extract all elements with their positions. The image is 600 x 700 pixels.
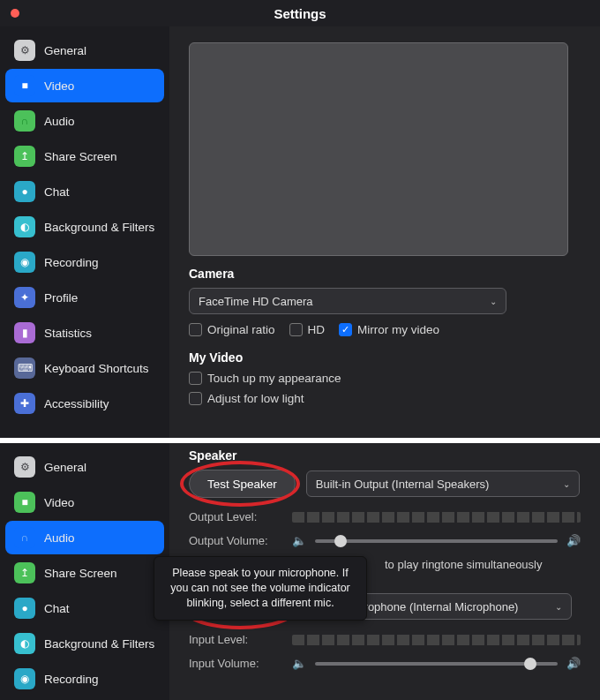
- chevron-down-icon: ⌄: [555, 602, 562, 612]
- speaker-low-icon: 🔈: [292, 534, 306, 547]
- mic-tooltip: Please speak to your microphone. If you …: [154, 556, 367, 621]
- recording-icon: ◉: [14, 668, 35, 689]
- output-level-meter: [292, 512, 581, 523]
- sidebar-item-video[interactable]: ■Video: [5, 69, 164, 102]
- sidebar-item-keyboard-shortcuts[interactable]: ⌨Keyboard Shortcuts: [5, 351, 164, 385]
- chat-icon: ●: [14, 181, 35, 202]
- camera-selected-value: FaceTime HD Camera: [199, 295, 313, 308]
- general-icon: ⚙: [14, 456, 35, 478]
- titlebar: Settings: [0, 0, 600, 26]
- sidebar-item-share-screen[interactable]: ↥Share Screen: [5, 556, 164, 590]
- camera-heading: Camera: [189, 267, 581, 281]
- sidebar-item-label: Share Screen: [44, 567, 117, 580]
- profile-icon: ✦: [14, 287, 35, 308]
- sidebar-item-audio[interactable]: ∩Audio: [5, 521, 164, 554]
- video-settings-pane: Camera FaceTime HD Camera ⌄ Original rat…: [169, 26, 600, 438]
- sidebar: ⚙General■Video∩Audio↥Share Screen●Chat◐B…: [0, 26, 169, 438]
- sidebar-item-general[interactable]: ⚙General: [5, 450, 164, 484]
- share-screen-icon: ↥: [14, 562, 35, 583]
- audio-icon: ∩: [14, 110, 35, 132]
- video-preview: [189, 42, 568, 256]
- my-video-heading: My Video: [189, 350, 581, 365]
- mirror-video-checkbox[interactable]: ✓ Mirror my video: [339, 323, 439, 336]
- checkbox-icon: [189, 372, 202, 385]
- input-level-label: Input Level:: [189, 633, 281, 646]
- background-filters-icon: ◐: [14, 633, 35, 654]
- output-volume-slider[interactable]: [315, 539, 558, 543]
- recording-icon: ◉: [14, 252, 35, 273]
- sidebar-item-label: Video: [44, 496, 74, 509]
- sidebar-item-label: Statistics: [44, 327, 92, 340]
- hd-checkbox[interactable]: HD: [289, 323, 326, 336]
- lowlight-checkbox[interactable]: Adjust for low light: [189, 392, 304, 405]
- sidebar-item-label: Background & Filters: [44, 637, 154, 651]
- video-icon: ■: [14, 492, 35, 513]
- sidebar-item-label: Keyboard Shortcuts: [44, 362, 149, 375]
- speaker-heading: Speaker: [189, 448, 581, 463]
- sidebar-item-label: Chat: [44, 602, 70, 615]
- audio-settings-pane: Speaker Test Speaker Built-in Output (In…: [169, 443, 600, 700]
- output-volume-label: Output Volume:: [189, 534, 281, 547]
- sidebar: ⚙General■Video∩Audio↥Share Screen●Chat◐B…: [0, 443, 169, 700]
- sidebar-item-background-filters[interactable]: ◐Background & Filters: [5, 627, 164, 660]
- audio-icon: ∩: [14, 527, 35, 548]
- checkbox-icon: [189, 392, 202, 405]
- sidebar-item-label: Recording: [44, 256, 99, 269]
- close-traffic-light[interactable]: [11, 9, 19, 18]
- test-speaker-button[interactable]: Test Speaker: [189, 470, 296, 498]
- sidebar-item-share-screen[interactable]: ↥Share Screen: [5, 139, 164, 173]
- background-filters-icon: ◐: [14, 216, 35, 237]
- sidebar-item-label: Audio: [44, 115, 75, 128]
- sidebar-item-recording[interactable]: ◉Recording: [5, 662, 164, 696]
- checkbox-icon: [189, 323, 202, 336]
- input-level-meter: [292, 635, 581, 645]
- sidebar-item-background-filters[interactable]: ◐Background & Filters: [5, 210, 164, 244]
- sidebar-item-label: General: [44, 461, 86, 474]
- sidebar-item-recording[interactable]: ◉Recording: [5, 245, 164, 279]
- speaker-high-icon: 🔊: [566, 534, 581, 547]
- sidebar-item-label: Audio: [44, 531, 75, 545]
- sidebar-item-label: Recording: [44, 673, 99, 686]
- chevron-down-icon: ⌄: [490, 297, 497, 306]
- speaker-high-icon: 🔊: [566, 657, 581, 670]
- sidebar-item-chat[interactable]: ●Chat: [5, 175, 164, 208]
- speaker-select[interactable]: Built-in Output (Internal Speakers) ⌄: [306, 470, 580, 497]
- general-icon: ⚙: [14, 40, 35, 61]
- input-volume-label: Input Volume:: [189, 657, 281, 670]
- speaker-low-icon: 🔈: [292, 657, 306, 670]
- sidebar-item-label: Share Screen: [44, 150, 117, 163]
- sidebar-item-general[interactable]: ⚙General: [5, 34, 164, 67]
- sidebar-item-audio[interactable]: ∩Audio: [5, 104, 164, 138]
- sidebar-item-accessibility[interactable]: ✚Accessibility: [5, 387, 164, 420]
- sidebar-item-label: Video: [44, 79, 74, 93]
- ringtone-text: to play ringtone simultaneously: [385, 558, 543, 571]
- statistics-icon: ▮: [14, 322, 35, 343]
- camera-select[interactable]: FaceTime HD Camera ⌄: [189, 288, 506, 314]
- sidebar-item-label: Accessibility: [44, 397, 109, 410]
- sidebar-item-video[interactable]: ■Video: [5, 485, 164, 519]
- checkbox-icon: [289, 323, 303, 336]
- checkbox-icon: ✓: [339, 323, 352, 336]
- video-icon: ■: [14, 75, 35, 96]
- output-level-label: Output Level:: [189, 510, 281, 523]
- chat-icon: ●: [14, 598, 35, 619]
- sidebar-item-label: Chat: [44, 185, 70, 199]
- sidebar-item-label: Profile: [44, 291, 78, 305]
- accessibility-icon: ✚: [14, 393, 35, 414]
- touchup-checkbox[interactable]: Touch up my appearance: [189, 372, 341, 385]
- speaker-selected-value: Built-in Output (Internal Speakers): [316, 478, 490, 491]
- sidebar-item-profile[interactable]: ✦Profile: [5, 281, 164, 314]
- keyboard-shortcuts-icon: ⌨: [14, 358, 35, 379]
- sidebar-item-label: Background & Filters: [44, 221, 154, 234]
- sidebar-item-chat[interactable]: ●Chat: [5, 591, 164, 625]
- sidebar-item-statistics[interactable]: ▮Statistics: [5, 316, 164, 350]
- sidebar-item-label: General: [44, 44, 86, 57]
- original-ratio-checkbox[interactable]: Original ratio: [189, 323, 275, 336]
- window-title: Settings: [0, 6, 600, 21]
- input-volume-slider[interactable]: [315, 662, 558, 666]
- chevron-down-icon: ⌄: [563, 479, 570, 489]
- share-screen-icon: ↥: [14, 146, 35, 167]
